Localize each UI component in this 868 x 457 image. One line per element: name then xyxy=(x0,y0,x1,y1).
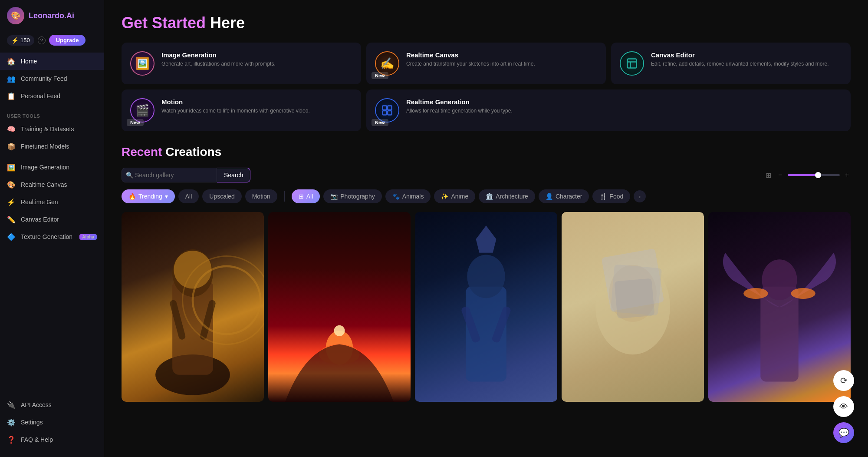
logo-area[interactable]: 🎨 Leonardo.Ai xyxy=(0,7,104,31)
sidebar-item-label: Realtime Canvas xyxy=(21,181,67,188)
tab-upscaled[interactable]: Upscaled xyxy=(202,189,241,203)
photography-icon: 📷 xyxy=(330,193,338,200)
card-image-generation[interactable]: 🖼️ Image Generation Generate art, illust… xyxy=(122,43,361,84)
nav-user-section: 🖼️ Image Generation 🎨 Realtime Canvas ⚡ … xyxy=(0,157,104,247)
tab-label: Character xyxy=(556,193,582,200)
image-card[interactable] xyxy=(268,212,411,402)
logo-avatar: 🎨 xyxy=(7,7,24,24)
chat-button[interactable]: 💬 xyxy=(833,422,854,443)
search-icon: 🔍 xyxy=(126,172,133,179)
tab-divider xyxy=(284,191,285,202)
sidebar-item-label: FAQ & Help xyxy=(21,436,53,443)
animals-icon: 🐾 xyxy=(392,193,400,200)
tab-animals[interactable]: 🐾 Animals xyxy=(385,189,431,203)
translate-icon: ⟳ xyxy=(840,375,848,386)
token-area: ⚡ 150 ? Upgrade xyxy=(0,31,104,49)
canvas-editor-card-info: Canvas Editor Edit, refine, add details,… xyxy=(651,51,829,68)
tab-label: Upscaled xyxy=(209,193,234,200)
tab-photography[interactable]: 📷 Photography xyxy=(323,189,381,203)
card-title: Motion xyxy=(161,98,310,106)
new-badge: New xyxy=(372,72,388,79)
svg-rect-0 xyxy=(628,59,637,68)
sidebar-item-label: Personal Feed xyxy=(21,93,60,99)
card-canvas-editor[interactable]: Canvas Editor Edit, refine, add details,… xyxy=(611,43,851,84)
image-gen-card-icon: 🖼️ xyxy=(130,51,155,76)
feature-cards-grid: 🖼️ Image Generation Generate art, illust… xyxy=(122,43,851,131)
sidebar-item-realtime-canvas[interactable]: 🎨 Realtime Canvas xyxy=(0,176,104,193)
floating-buttons: ⟳ 👁 💬 xyxy=(833,370,854,443)
page-title: Get Started Here xyxy=(122,14,851,32)
card-desc: Edit, refine, add details, remove unwant… xyxy=(651,60,829,68)
sidebar-item-image-generation[interactable]: 🖼️ Image Generation xyxy=(0,159,104,176)
sidebar-item-label: Community Feed xyxy=(21,75,67,82)
sidebar-item-settings[interactable]: ⚙️ Settings xyxy=(0,414,104,431)
token-help-icon[interactable]: ? xyxy=(38,36,46,44)
zoom-slider[interactable] xyxy=(788,174,840,176)
card-motion[interactable]: 🎬 Motion Watch your ideas come to life i… xyxy=(122,89,361,131)
image-card[interactable] xyxy=(122,212,264,402)
search-button[interactable]: Search xyxy=(217,168,250,182)
tab-all-left[interactable]: All xyxy=(178,189,199,203)
nav-tools-label: User Tools xyxy=(0,108,104,120)
finetuned-icon: 📦 xyxy=(7,142,16,151)
sidebar-item-finetuned[interactable]: 📦 Finetuned Models xyxy=(0,138,104,155)
token-icon: ⚡ xyxy=(11,37,19,44)
svg-marker-18 xyxy=(476,225,496,252)
sidebar-item-faq[interactable]: ❓ FAQ & Help xyxy=(0,431,104,448)
card-realtime-canvas[interactable]: ✍️ Realtime Canvas Create and transform … xyxy=(366,43,606,84)
image-1 xyxy=(122,212,264,402)
sidebar-item-home[interactable]: 🏠 Home xyxy=(0,53,104,70)
recent-rest: Creations xyxy=(162,145,221,159)
logo-brand: Leonardo. xyxy=(29,11,66,20)
svg-point-29 xyxy=(791,288,815,299)
tab-architecture[interactable]: 🏛️ Architecture xyxy=(479,189,535,203)
eye-icon: 👁 xyxy=(839,402,848,412)
sidebar-item-texture-generation[interactable]: 🔷 Texture Generation Alpha xyxy=(0,228,104,245)
upgrade-button[interactable]: Upgrade xyxy=(49,35,86,46)
card-realtime-generation[interactable]: Realtime Generation Allows for real-time… xyxy=(366,89,851,131)
sidebar-item-api[interactable]: 🔌 API Access xyxy=(0,396,104,414)
image-4 xyxy=(562,212,704,402)
tab-food[interactable]: 🍴 Food xyxy=(592,189,630,203)
eye-button[interactable]: 👁 xyxy=(833,396,854,417)
sidebar-item-canvas-editor[interactable]: ✏️ Canvas Editor xyxy=(0,211,104,228)
image-card[interactable] xyxy=(562,212,704,402)
grid-view-button[interactable]: ⊞ xyxy=(764,169,773,181)
image-card[interactable] xyxy=(415,212,557,402)
tab-label: Trending xyxy=(138,193,162,200)
tab-label: Food xyxy=(609,193,623,200)
tab-label: All xyxy=(185,193,192,200)
search-row: 🔍 Search ⊞ − + xyxy=(122,168,851,182)
main-content: Get Started Here 🖼️ Image Generation Gen… xyxy=(104,0,868,457)
card-desc: Watch your ideas come to life in moments… xyxy=(161,107,310,115)
sidebar-item-realtime-gen[interactable]: ⚡ Realtime Gen xyxy=(0,193,104,211)
zoom-plus-button[interactable]: + xyxy=(843,169,851,181)
api-icon: 🔌 xyxy=(7,401,16,409)
recent-highlight: Recent xyxy=(122,145,162,159)
sidebar-item-training[interactable]: 🧠 Training & Datasets xyxy=(0,120,104,138)
search-input-wrap: 🔍 Search xyxy=(122,168,250,182)
training-icon: 🧠 xyxy=(7,125,16,133)
image-card[interactable] xyxy=(708,212,851,402)
sidebar-item-label: Settings xyxy=(21,419,43,426)
card-desc: Allows for real-time generation while yo… xyxy=(406,107,513,115)
svg-point-17 xyxy=(467,255,505,298)
sidebar-item-personal-feed[interactable]: 📋 Personal Feed xyxy=(0,87,104,105)
tab-all-right[interactable]: ⊞ All xyxy=(292,189,320,203)
search-input[interactable] xyxy=(122,168,217,182)
tab-character[interactable]: 👤 Character xyxy=(539,189,589,203)
zoom-minus-button[interactable]: − xyxy=(776,169,784,181)
tab-motion[interactable]: Motion xyxy=(245,189,277,203)
sidebar-item-community-feed[interactable]: 👥 Community Feed xyxy=(0,70,104,87)
card-title: Canvas Editor xyxy=(651,51,829,59)
tabs-next-arrow[interactable]: › xyxy=(634,190,646,202)
translate-button[interactable]: ⟳ xyxy=(833,370,854,391)
tab-anime[interactable]: ✨ Anime xyxy=(434,189,475,203)
sidebar-item-label: Image Generation xyxy=(21,164,69,171)
image-gen-card-info: Image Generation Generate art, illustrat… xyxy=(161,51,276,68)
canvas-editor-card-icon xyxy=(620,51,644,76)
tab-trending[interactable]: 🔥 Trending ▾ xyxy=(122,189,175,203)
food-icon: 🍴 xyxy=(599,193,607,200)
image-gen-icon: 🖼️ xyxy=(7,163,16,172)
tab-label: Photography xyxy=(340,193,375,200)
